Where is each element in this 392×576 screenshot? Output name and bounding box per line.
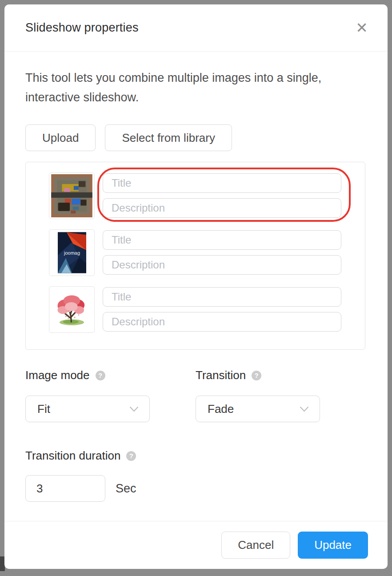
slide-row	[49, 286, 341, 333]
image-source-actions: Upload Select from library	[25, 124, 367, 151]
slide-fields	[103, 172, 341, 219]
image-mode-select[interactable]: Fit	[25, 396, 150, 422]
mode-transition-row: Image mode ? Fit Transition ? Fade	[25, 368, 367, 422]
dialog-footer: Cancel Update	[4, 521, 388, 569]
slide-title-input[interactable]	[103, 287, 341, 307]
help-icon[interactable]: ?	[96, 371, 105, 380]
transition-duration-row: Sec	[25, 475, 367, 502]
image-mode-label: Image mode	[25, 368, 90, 382]
slide-description-input[interactable]	[103, 198, 341, 218]
upload-button[interactable]: Upload	[25, 124, 96, 151]
select-from-library-button[interactable]: Select from library	[105, 124, 232, 151]
image-mode-value: Fit	[37, 402, 50, 416]
watercolor-tree-thumbnail[interactable]	[49, 286, 95, 333]
transition-label: Transition	[196, 368, 246, 382]
slide-fields	[103, 229, 341, 276]
cancel-button[interactable]: Cancel	[221, 532, 290, 559]
close-icon[interactable]: ✕	[352, 19, 372, 37]
seconds-unit-label: Sec	[116, 482, 136, 496]
transition-duration-field: Transition duration ? Sec	[25, 449, 367, 502]
abstract-painting-thumbnail[interactable]	[49, 172, 95, 219]
svg-text:joomag: joomag	[63, 250, 80, 256]
slide-row	[49, 172, 341, 219]
help-icon[interactable]: ?	[252, 371, 261, 380]
help-icon[interactable]: ?	[126, 451, 136, 461]
slideshow-properties-dialog: Slideshow properties ✕ This tool lets yo…	[4, 4, 388, 569]
dialog-body: This tool lets you combine multiple imag…	[4, 68, 388, 502]
slide-title-input[interactable]	[103, 230, 341, 250]
slide-title-input[interactable]	[103, 173, 341, 193]
transition-duration-label: Transition duration	[25, 449, 120, 463]
slide-fields	[103, 286, 341, 333]
dialog-header: Slideshow properties ✕	[4, 4, 388, 52]
joomag-magazine-cover-thumbnail[interactable]: joomag	[49, 229, 95, 276]
dialog-title: Slideshow properties	[25, 21, 139, 35]
transition-label-row: Transition ?	[196, 368, 366, 382]
slide-description-input[interactable]	[103, 312, 341, 332]
slide-row: joomag	[49, 229, 341, 276]
transition-duration-label-row: Transition duration ?	[25, 449, 367, 463]
image-mode-label-row: Image mode ?	[25, 368, 196, 382]
transition-value: Fade	[208, 402, 234, 416]
transition-duration-input[interactable]	[25, 475, 105, 502]
chevron-down-icon	[129, 406, 139, 412]
slide-description-input[interactable]	[103, 255, 341, 275]
image-mode-field: Image mode ? Fit	[25, 368, 196, 422]
slides-list: joomag	[25, 162, 365, 350]
transition-select[interactable]: Fade	[196, 396, 320, 422]
update-button[interactable]: Update	[298, 532, 368, 559]
transition-field: Transition ? Fade	[196, 368, 366, 422]
dialog-description: This tool lets you combine multiple imag…	[25, 68, 336, 107]
chevron-down-icon	[300, 406, 309, 412]
